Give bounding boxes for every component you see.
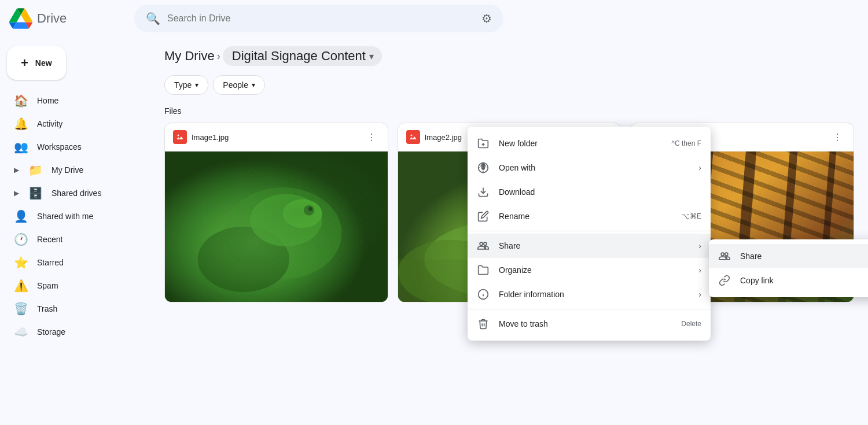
type-filter-label: Type xyxy=(174,80,192,90)
open-with-icon xyxy=(477,161,490,174)
menu-item-left-open-with: Open with xyxy=(477,161,535,174)
workspaces-icon: 👥 xyxy=(14,140,28,154)
context-menu-item-download[interactable]: Download xyxy=(468,180,711,204)
file-card-header-image1: Image1.jpg ⋮ xyxy=(165,123,388,151)
sidebar-item-activity-label: Activity xyxy=(37,119,62,128)
breadcrumb-current-label: Digital Signage Content xyxy=(232,49,366,64)
menu-item-left-download: Download xyxy=(477,186,535,198)
shared-with-me-icon: 👤 xyxy=(14,209,28,223)
sidebar-item-home-label: Home xyxy=(37,96,58,105)
organize-label: Organize xyxy=(499,265,532,275)
context-menu-item-organize[interactable]: Organize › xyxy=(468,258,711,282)
share-icon xyxy=(477,239,490,252)
file-card-image1[interactable]: Image1.jpg ⋮ xyxy=(164,123,388,302)
context-menu-item-rename[interactable]: Rename ⌥⌘E xyxy=(468,204,711,228)
type-filter-button[interactable]: Type ▾ xyxy=(164,75,208,95)
organize-arrow-icon: › xyxy=(698,265,701,275)
sidebar-item-recent[interactable]: 🕐 Recent xyxy=(0,228,144,251)
svg-point-6 xyxy=(283,199,322,228)
sidebar-item-trash-label: Trash xyxy=(37,304,57,313)
svg-point-10 xyxy=(410,135,412,136)
menu-item-left-folder-info: Folder information xyxy=(477,288,564,301)
toolbar: Type ▾ People ▾ xyxy=(164,75,854,95)
context-menu: New folder ^C then F xyxy=(468,127,711,341)
submenu-share-icon xyxy=(718,250,731,263)
file-info-image1: Image1.jpg xyxy=(173,130,229,144)
more-options-button-image1[interactable]: ⋮ xyxy=(363,129,380,145)
activity-icon: 🔔 xyxy=(14,117,28,131)
breadcrumb-arrow-icon: › xyxy=(217,50,220,62)
copy-link-icon xyxy=(718,274,731,287)
svg-point-7 xyxy=(304,205,314,216)
new-button-label: New xyxy=(35,58,52,68)
menu-item-left-share: Share xyxy=(477,239,520,252)
sidebar-item-home[interactable]: 🏠 Home xyxy=(0,89,144,112)
move-to-trash-label: Move to trash xyxy=(499,319,548,328)
trash-icon: 🗑️ xyxy=(14,302,28,316)
spam-icon: ⚠️ xyxy=(14,279,28,293)
svg-point-4 xyxy=(198,227,289,292)
logo-area: Drive xyxy=(9,7,125,30)
submenu-copy-link-label: Copy link xyxy=(740,276,774,285)
organize-icon xyxy=(477,264,490,276)
menu-item-left-rename: Rename xyxy=(477,210,529,223)
context-menu-item-share[interactable]: Share › xyxy=(468,234,711,258)
sidebar-item-starred[interactable]: ⭐ Starred xyxy=(0,251,144,274)
svg-point-3 xyxy=(224,187,342,279)
header: Drive 🔍 ⚙ xyxy=(0,0,868,37)
info-icon xyxy=(477,288,490,301)
sidebar-item-storage-label: Storage xyxy=(37,327,65,337)
file-info-image2: Image2.jpg xyxy=(406,130,462,144)
search-bar[interactable]: 🔍 ⚙ xyxy=(134,5,503,32)
submenu-share-label: Share xyxy=(740,252,762,261)
sidebar-item-shared-drives[interactable]: ▶ 🗄️ Shared drives xyxy=(0,182,144,205)
folder-info-label: Folder information xyxy=(499,290,564,299)
search-input[interactable] xyxy=(167,13,475,24)
sidebar-item-spam[interactable]: ⚠️ Spam xyxy=(0,274,144,297)
sidebar-item-my-drive-label: My Drive xyxy=(52,165,83,175)
context-menu-item-new-folder[interactable]: New folder ^C then F xyxy=(468,131,711,156)
download-icon xyxy=(477,186,490,198)
menu-item-left-move-to-trash: Move to trash xyxy=(477,317,548,330)
move-to-trash-icon xyxy=(477,317,490,330)
sidebar-item-shared-with-me-label: Shared with me xyxy=(37,212,93,221)
sidebar-item-my-drive[interactable]: ▶ 📁 My Drive xyxy=(0,158,144,182)
main-layout: + New 🏠 Home 🔔 Activity 👥 Workspaces ▶ 📁… xyxy=(0,37,868,425)
share-arrow-icon: › xyxy=(698,241,701,250)
more-options-button-image3[interactable]: ⋮ xyxy=(829,129,845,145)
my-drive-icon: 📁 xyxy=(28,163,42,177)
file-thumbnail-image1 xyxy=(165,151,388,302)
storage-icon: ☁️ xyxy=(14,325,28,339)
open-with-label: Open with xyxy=(499,163,535,172)
shared-drives-icon: 🗄️ xyxy=(28,186,42,200)
sidebar-item-workspaces[interactable]: 👥 Workspaces xyxy=(0,135,144,158)
sidebar-item-shared-with-me[interactable]: 👤 Shared with me xyxy=(0,205,144,228)
people-filter-button[interactable]: People ▾ xyxy=(213,75,265,95)
context-menu-item-folder-info[interactable]: Folder information › xyxy=(468,282,711,306)
home-icon: 🏠 xyxy=(14,94,28,108)
breadcrumb-parent[interactable]: My Drive xyxy=(164,49,215,64)
search-icon: 🔍 xyxy=(146,12,160,25)
rename-icon xyxy=(477,210,490,223)
svg-rect-9 xyxy=(409,132,418,142)
breadcrumb-current-folder[interactable]: Digital Signage Content ▾ xyxy=(223,46,382,66)
share-label: Share xyxy=(499,241,520,250)
svg-rect-2 xyxy=(165,151,388,302)
file-name-image2: Image2.jpg xyxy=(425,133,462,142)
menu-divider-1 xyxy=(468,231,711,231)
context-menu-item-move-to-trash[interactable]: Move to trash Delete xyxy=(468,312,711,336)
plus-icon: + xyxy=(21,56,28,71)
breadcrumb: My Drive › Digital Signage Content ▾ xyxy=(164,46,854,66)
submenu-item-share[interactable]: Share ⌥⌘A xyxy=(709,244,868,268)
sidebar-item-storage[interactable]: ☁️ Storage xyxy=(0,320,144,343)
context-menu-item-open-with[interactable]: Open with › xyxy=(468,156,711,180)
new-button[interactable]: + New xyxy=(7,46,66,80)
recent-icon: 🕐 xyxy=(14,232,28,246)
submenu-item-copy-link[interactable]: Copy link xyxy=(709,268,868,293)
sidebar-item-activity[interactable]: 🔔 Activity xyxy=(0,112,144,135)
svg-point-5 xyxy=(250,194,322,246)
share-submenu: Share ⌥⌘A Copy link xyxy=(709,239,868,297)
sidebar-item-trash[interactable]: 🗑️ Trash xyxy=(0,297,144,320)
breadcrumb-chevron-icon: ▾ xyxy=(369,51,374,62)
search-filter-icon[interactable]: ⚙ xyxy=(481,12,492,25)
